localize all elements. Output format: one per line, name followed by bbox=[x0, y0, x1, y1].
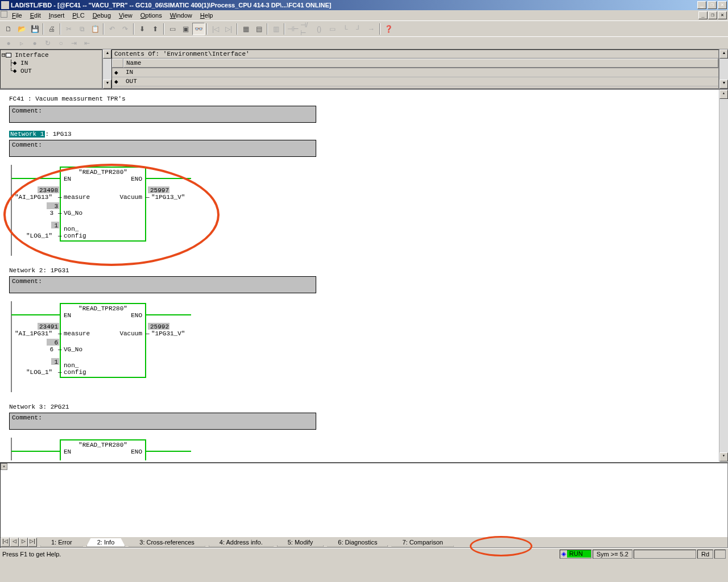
svg-text:Vacuum: Vacuum bbox=[119, 194, 142, 201]
coil-button[interactable]: () bbox=[313, 23, 325, 35]
mdi-minimize-button[interactable]: _ bbox=[698, 11, 708, 19]
svg-text:—: — bbox=[57, 210, 62, 217]
tab-crossref[interactable]: 3: Cross-references bbox=[129, 538, 205, 547]
iface-scrollbar[interactable]: ▴ ▾ bbox=[719, 49, 728, 89]
view2-button[interactable]: ▤ bbox=[253, 23, 265, 35]
tab-comparison[interactable]: 7: Comparison bbox=[391, 538, 454, 547]
redo-button[interactable]: ↷ bbox=[119, 23, 131, 35]
network-2-block[interactable]: "READ_TPR280" EN ENO 23491 "AI_1PG31" — … bbox=[9, 301, 316, 392]
menu-window[interactable]: Window bbox=[166, 11, 196, 20]
network-3-comment[interactable]: Comment: bbox=[9, 413, 316, 430]
tab-nav-prev[interactable]: ◁ bbox=[10, 538, 19, 547]
scroll-down-icon[interactable]: ▾ bbox=[719, 80, 728, 89]
tab-diagnostics[interactable]: 6: Diagnostics bbox=[327, 538, 388, 547]
tree-scrollbar[interactable]: ▴ ▾ bbox=[102, 49, 111, 89]
tb2-1[interactable]: ● bbox=[2, 37, 15, 49]
scroll-down-icon[interactable]: ▾ bbox=[103, 80, 111, 89]
svg-text:measure: measure bbox=[64, 330, 90, 337]
ladder-scrollbar[interactable]: ▴ ▾ bbox=[719, 90, 728, 462]
scroll-up-icon[interactable]: ▴ bbox=[719, 49, 728, 59]
monitor-button[interactable]: 👓 bbox=[192, 23, 205, 35]
close-button[interactable]: ✕ bbox=[718, 1, 727, 9]
network-3-block[interactable]: "READ_TPR280" EN ENO bbox=[9, 438, 316, 460]
iface-row-out[interactable]: OUT bbox=[123, 77, 718, 86]
help-button[interactable]: ❓ bbox=[382, 23, 395, 35]
network-2-comment[interactable]: Comment: bbox=[9, 276, 316, 293]
svg-text:Vacuum: Vacuum bbox=[119, 330, 142, 337]
network-1-block[interactable]: "READ_TPR280" EN ENO 23498 "AI_1PG13" — … bbox=[9, 165, 316, 256]
ladder-editor[interactable]: FC41 : Vacuum meassurment TPR's Comment:… bbox=[0, 89, 728, 462]
goto-start-button[interactable]: |◁ bbox=[209, 23, 222, 35]
box-button[interactable]: ▭ bbox=[326, 23, 338, 35]
view1-button[interactable]: ▦ bbox=[239, 23, 252, 35]
output-close-button[interactable]: × bbox=[1, 463, 7, 470]
symbol-button[interactable]: ▣ bbox=[179, 23, 192, 35]
goto-end-button[interactable]: ▷| bbox=[222, 23, 235, 35]
main-toolbar: 🗋 📂 💾 🖨 ✂ ⧉ 📋 ↶ ↷ ⬇ ⬆ ▭ ▣ 👓 |◁ ▷| ▦ ▤ ▥ … bbox=[0, 20, 728, 36]
branch-close-button[interactable]: ┘ bbox=[352, 23, 365, 35]
interface-tree[interactable]: ⊟ Interface ├◆ IN └◆ OUT bbox=[0, 49, 102, 89]
undo-button[interactable]: ↶ bbox=[106, 23, 118, 35]
paste-button[interactable]: 📋 bbox=[89, 23, 101, 35]
tab-error[interactable]: 1: Error bbox=[40, 538, 83, 547]
tab-modify[interactable]: 5: Modify bbox=[277, 538, 324, 547]
svg-text:6: 6 bbox=[54, 339, 58, 346]
app-icon bbox=[1, 1, 9, 9]
tb2-2[interactable]: ▹ bbox=[15, 37, 28, 49]
network-1-comment[interactable]: Comment: bbox=[9, 140, 316, 157]
tb2-5[interactable]: ○ bbox=[55, 37, 67, 49]
print-button[interactable]: 🖨 bbox=[46, 23, 58, 35]
menu-view[interactable]: View bbox=[115, 11, 136, 20]
menu-debug[interactable]: Debug bbox=[89, 11, 115, 20]
tb2-6[interactable]: ⇥ bbox=[68, 37, 80, 49]
upload-button[interactable]: ⬆ bbox=[149, 23, 162, 35]
network-2-header[interactable]: Network 2: 1PG31 bbox=[9, 267, 69, 274]
iface-col-name[interactable]: Name bbox=[123, 59, 718, 68]
contact-button[interactable]: ⊣⊢ bbox=[287, 23, 299, 35]
scroll-up-icon[interactable]: ▴ bbox=[103, 49, 111, 59]
svg-text:25992: 25992 bbox=[150, 323, 169, 330]
network-3-header[interactable]: Network 3: 2PG21 bbox=[9, 404, 69, 410]
tab-info[interactable]: 2: Info bbox=[86, 538, 126, 547]
iface-row-in[interactable]: IN bbox=[123, 68, 718, 77]
tab-nav-next[interactable]: ▷ bbox=[19, 538, 28, 547]
tb2-7[interactable]: ⇤ bbox=[81, 37, 93, 49]
mdi-icon[interactable] bbox=[1, 11, 7, 18]
menu-insert[interactable]: Insert bbox=[45, 11, 69, 20]
mdi-close-button[interactable]: ✕ bbox=[718, 11, 727, 19]
tree-in-label[interactable]: IN bbox=[20, 60, 28, 66]
mdi-restore-button[interactable]: ❐ bbox=[708, 11, 717, 19]
tab-nav-last[interactable]: ▷| bbox=[28, 538, 37, 547]
open-button[interactable]: 📂 bbox=[15, 23, 28, 35]
menu-help[interactable]: Help bbox=[196, 11, 217, 20]
conn-button[interactable]: → bbox=[365, 23, 378, 35]
tab-nav-first[interactable]: |◁ bbox=[1, 538, 10, 547]
tb2-3[interactable]: ● bbox=[28, 37, 41, 49]
network-1-header[interactable]: Network 1: 1PG13 bbox=[9, 131, 72, 138]
new-button[interactable]: 🗋 bbox=[2, 23, 15, 35]
menu-file[interactable]: File bbox=[8, 11, 26, 20]
menu-options[interactable]: Options bbox=[136, 11, 166, 20]
save-button[interactable]: 💾 bbox=[28, 23, 41, 35]
branch-open-button[interactable]: └ bbox=[339, 23, 351, 35]
scroll-up-icon[interactable]: ▴ bbox=[719, 90, 728, 99]
status-help-text: Press F1 to get Help. bbox=[2, 551, 61, 558]
menu-edit[interactable]: Edit bbox=[26, 11, 45, 20]
minimize-button[interactable]: _ bbox=[697, 1, 706, 9]
scroll-down-icon[interactable]: ▾ bbox=[719, 452, 728, 462]
catalog-button[interactable]: ▥ bbox=[270, 23, 282, 35]
ncontact-button[interactable]: ⊣/⊢ bbox=[300, 23, 312, 35]
tb2-4[interactable]: ↻ bbox=[42, 37, 54, 49]
cut-button[interactable]: ✂ bbox=[63, 23, 75, 35]
status-sym-label: Sym >= 5.2 bbox=[593, 550, 632, 559]
menu-plc[interactable]: PLC bbox=[68, 11, 88, 20]
tree-out-label[interactable]: OUT bbox=[20, 68, 32, 74]
download-button[interactable]: ⬇ bbox=[136, 23, 148, 35]
copy-button[interactable]: ⧉ bbox=[76, 23, 88, 35]
tab-address[interactable]: 4: Address info. bbox=[209, 538, 274, 547]
fc-comment-box[interactable]: Comment: bbox=[9, 106, 316, 123]
maximize-button[interactable]: ❐ bbox=[708, 1, 717, 9]
window-title: LAD/STL/FBD - [@FC41 -- "VACU_TPR" -- GC… bbox=[11, 2, 697, 9]
block-button[interactable]: ▭ bbox=[166, 23, 179, 35]
titlebar: LAD/STL/FBD - [@FC41 -- "VACU_TPR" -- GC… bbox=[0, 0, 728, 10]
